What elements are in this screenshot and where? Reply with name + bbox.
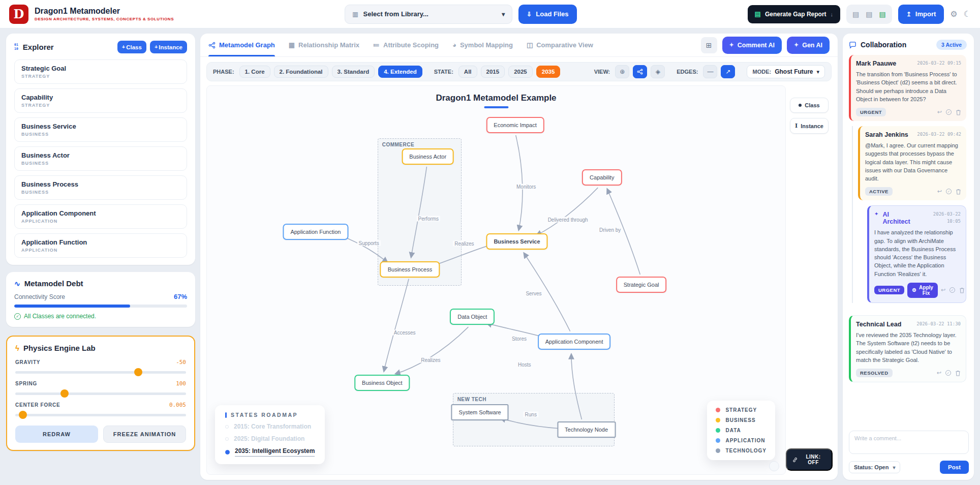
file-doc-icon-2[interactable]: ▤ — [866, 10, 872, 18]
import-button[interactable]: ↥ Import — [898, 5, 944, 24]
generate-gap-report-button[interactable]: ▤ Generate Gap Report ↓ — [748, 5, 841, 23]
node-strategic-goal[interactable]: Strategic Goal — [616, 277, 667, 293]
explorer-item-strategic-goal[interactable]: Strategic Goal STRATEGY — [14, 59, 187, 84]
instance-filter-button[interactable]: I Instance — [790, 118, 829, 134]
mode-select[interactable]: MODE: Ghost Future — [747, 65, 825, 78]
node-economic-impact[interactable]: Economic Impact — [486, 117, 544, 133]
edges-curved-button[interactable]: ↗ — [721, 65, 735, 78]
resolve-check-icon[interactable] — [950, 287, 955, 293]
active-count-badge: 3 Active — [936, 40, 967, 50]
view-globe-button[interactable]: ⊕ — [615, 65, 629, 78]
tab-metamodel-graph[interactable]: Metamodel Graph — [208, 34, 275, 56]
node-technology-node[interactable]: Technology Node — [557, 421, 616, 438]
dark-mode-moon-icon[interactable]: ☾ — [964, 9, 971, 19]
library-select[interactable]: ▥ Select from Library... — [345, 5, 512, 24]
add-instance-button[interactable]: Instance — [150, 41, 187, 53]
link-toggle-button[interactable]: LINK: OFF — [786, 448, 833, 471]
status-select[interactable]: Status: Open — [849, 461, 900, 473]
redraw-button[interactable]: REDRAW — [15, 426, 98, 443]
reply-icon[interactable]: ↩ — [941, 287, 945, 293]
node-capability[interactable]: Capability — [582, 169, 622, 186]
freeze-animation-button[interactable]: FREEZE ANIMATION — [103, 426, 186, 443]
status-badge: RESOLVED — [856, 369, 893, 377]
node-business-process[interactable]: Business Process — [380, 261, 440, 278]
resolve-check-icon[interactable] — [946, 189, 952, 194]
node-system-software[interactable]: System Software — [451, 404, 509, 420]
node-application-function[interactable]: Application Function — [283, 224, 348, 240]
load-files-button[interactable]: ⇩ Load Files — [518, 5, 576, 24]
gen-ai-button[interactable]: ✦ Gen AI — [787, 37, 830, 54]
canvas-zoom-control[interactable] — [769, 461, 779, 471]
layout-grid-button[interactable]: ⊞ — [701, 37, 717, 53]
settings-gear-icon[interactable]: ⚙ — [950, 9, 957, 19]
trash-icon[interactable] — [956, 189, 961, 195]
explorer-item-application-function[interactable]: Application Function APPLICATION — [14, 233, 187, 258]
metamodel-graph-canvas[interactable]: Dragon1 Metamodel Example COMMERCE NEW T… — [206, 85, 786, 475]
roadmap-item-2015[interactable]: 2015: Core Transformation — [225, 423, 315, 430]
view-graph-button[interactable] — [633, 65, 647, 78]
radio-selected-icon — [225, 450, 230, 454]
tab-symbol-mapping[interactable]: ◕ Symbol Mapping — [452, 34, 513, 56]
spring-slider[interactable] — [15, 392, 186, 395]
trash-icon[interactable] — [956, 109, 961, 115]
node-business-object[interactable]: Business Object — [354, 375, 410, 391]
reply-icon[interactable]: ↩ — [937, 188, 942, 195]
gravity-slider[interactable] — [15, 371, 186, 374]
class-filter-button[interactable]: Class — [790, 98, 829, 113]
item-layer: BUSINESS — [21, 161, 180, 166]
add-class-button[interactable]: Class — [117, 41, 146, 53]
comment-ai-button[interactable]: ✦ Comment AI — [722, 37, 782, 54]
trash-icon[interactable] — [959, 287, 965, 293]
gen-ai-label: Gen AI — [802, 42, 822, 49]
apply-fix-label: Apply Fix — [919, 285, 933, 296]
spring-slider-thumb[interactable] — [60, 389, 69, 398]
tab-attribute-scoping[interactable]: ≔ Attribute Scoping — [373, 34, 439, 56]
file-doc-icon-1[interactable]: ▤ — [852, 10, 859, 18]
file-doc-icon-green[interactable]: ▤ — [879, 10, 886, 18]
comment-technical-lead: Technical Lead 2026-03-22 11:30 I've rev… — [849, 315, 966, 382]
center-force-slider-thumb[interactable] — [19, 411, 27, 419]
center-force-slider[interactable] — [15, 414, 186, 416]
comments-list[interactable]: Mark Paauwe 2026-03-22 09:15 The transit… — [849, 55, 969, 427]
state-all-button[interactable]: All — [458, 66, 477, 78]
phase-standard-button[interactable]: 3. Standard — [332, 66, 375, 78]
phase-core-button[interactable]: 1. Core — [239, 66, 270, 78]
trash-icon[interactable] — [955, 370, 961, 376]
gravity-slider-thumb[interactable] — [134, 368, 142, 376]
load-files-label: Load Files — [536, 10, 568, 18]
explorer-item-business-actor[interactable]: Business Actor BUSINESS — [14, 146, 187, 171]
tab-comparative-view[interactable]: ◫ Comparative View — [527, 34, 593, 56]
item-layer: BUSINESS — [21, 190, 180, 195]
state-2025-button[interactable]: 2025 — [508, 66, 533, 78]
tab-label: Comparative View — [536, 41, 593, 49]
explorer-item-business-process[interactable]: Business Process BUSINESS — [14, 175, 187, 200]
comment-input[interactable] — [849, 431, 969, 454]
explorer-item-application-component[interactable]: Application Component APPLICATION — [14, 204, 187, 229]
view-layers-button[interactable]: ◈ — [651, 65, 665, 78]
physics-engine-panel: ϟ Physics Engine Lab GRAVITY -50 SPRING … — [6, 336, 195, 451]
item-layer: APPLICATION — [21, 219, 180, 224]
state-2035-button[interactable]: 2035 — [536, 66, 561, 78]
status-badge: URGENT — [874, 286, 904, 294]
node-data-object[interactable]: Data Object — [450, 309, 495, 325]
post-button[interactable]: Post — [940, 461, 969, 474]
roadmap-item-2035[interactable]: 2035: Intelligent Ecosystem — [225, 447, 315, 457]
reply-icon[interactable]: ↩ — [937, 370, 941, 376]
explorer-item-capability[interactable]: Capability STRATEGY — [14, 88, 187, 113]
node-application-component[interactable]: Application Component — [538, 334, 611, 350]
node-business-actor[interactable]: Business Actor — [402, 148, 454, 165]
phase-extended-button[interactable]: 4. Extended — [378, 66, 422, 78]
state-2015-button[interactable]: 2015 — [481, 66, 505, 78]
spring-label: SPRING — [15, 381, 37, 386]
phase-foundational-button[interactable]: 2. Foundational — [274, 66, 328, 78]
reply-icon[interactable]: ↩ — [937, 109, 942, 115]
resolve-check-icon[interactable] — [946, 109, 952, 115]
resolve-check-icon[interactable] — [945, 370, 951, 376]
roadmap-item-2025[interactable]: 2025: Digital Foundation — [225, 435, 315, 442]
node-business-service[interactable]: Business Service — [486, 233, 547, 250]
collaboration-title: Collaboration — [861, 41, 906, 49]
tab-relationship-matrix[interactable]: ▦ Relationship Matrix — [289, 34, 359, 56]
edges-straight-button[interactable]: — — [703, 65, 717, 78]
apply-fix-button[interactable]: ⚙ Apply Fix — [907, 283, 938, 298]
explorer-item-business-service[interactable]: Business Service BUSINESS — [14, 117, 187, 142]
